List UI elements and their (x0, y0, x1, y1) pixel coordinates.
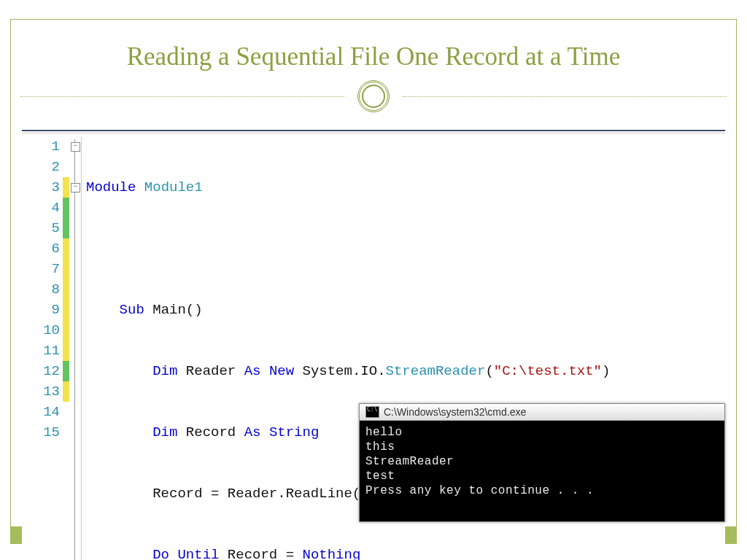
cmd-icon: C:\ (365, 406, 379, 418)
change-marker (63, 198, 69, 218)
line-number: 8 (22, 279, 60, 300)
change-marker (63, 320, 69, 341)
change-marker (63, 177, 69, 198)
change-marker (63, 279, 69, 300)
change-marker (63, 238, 69, 259)
line-number: 3 (22, 177, 60, 198)
line-number: 11 (22, 341, 60, 361)
change-marker (63, 422, 69, 443)
line-number: 12 (22, 361, 60, 381)
line-number: 1 (22, 136, 60, 157)
fold-toggle[interactable] (71, 183, 80, 192)
line-number: 14 (22, 402, 60, 422)
line-number: 15 (22, 422, 60, 443)
line-number-gutter: 123456789101112131415 (22, 136, 63, 560)
line-number: 13 (22, 381, 60, 402)
divider-left (20, 96, 344, 97)
change-marker (63, 157, 69, 177)
fold-toggle[interactable] (71, 142, 80, 152)
line-number: 7 (22, 259, 60, 279)
change-marker (63, 136, 69, 157)
change-marker (63, 381, 69, 402)
line-number: 2 (22, 157, 60, 177)
line-number: 6 (22, 238, 60, 259)
change-marker (63, 361, 69, 381)
change-marker (63, 300, 69, 320)
console-titlebar: C:\ C:\Windows\system32\cmd.exe (360, 404, 724, 421)
console-output: hello this StreamReader test Press any k… (360, 421, 724, 521)
line-number: 9 (22, 300, 60, 320)
line-number: 5 (22, 218, 60, 238)
change-marker (63, 341, 69, 361)
slide-title: Reading a Sequential File One Record at … (0, 42, 747, 71)
console-title-text: C:\Windows\system32\cmd.exe (384, 406, 526, 418)
change-marker (63, 402, 69, 422)
ring-ornament-icon (357, 80, 390, 112)
change-marker (63, 259, 69, 279)
line-number: 4 (22, 198, 60, 218)
change-bar (63, 136, 69, 560)
line-number: 10 (22, 320, 60, 341)
console-window: C:\ C:\Windows\system32\cmd.exe hello th… (359, 403, 725, 522)
outline-column (69, 136, 82, 560)
change-marker (63, 218, 69, 238)
divider-right (403, 96, 727, 97)
